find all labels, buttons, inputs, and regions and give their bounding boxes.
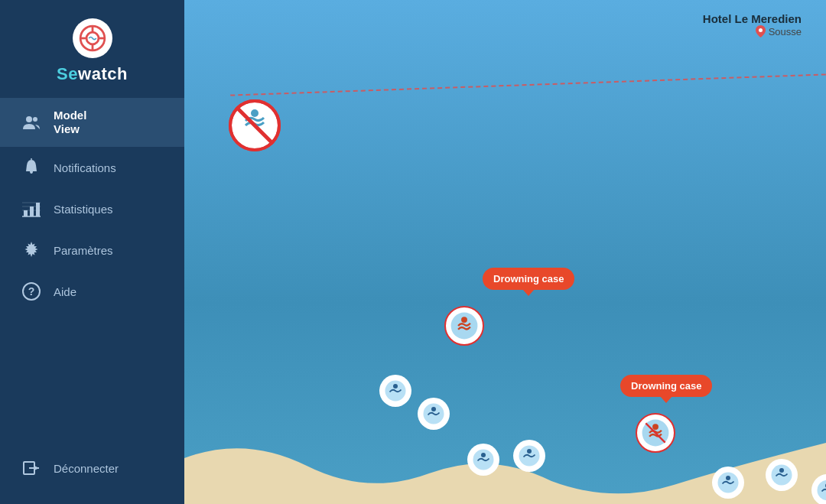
svg-point-26	[451, 313, 478, 340]
users-icon	[21, 112, 41, 132]
sidebar-item-notifications[interactable]: Notifications	[0, 147, 184, 188]
svg-point-6	[26, 116, 32, 122]
logo-watch: watch	[78, 64, 128, 83]
sidebar-item-parametres[interactable]: Paramètres	[0, 229, 184, 271]
sidebar: Sewatch ModelView Notifications	[0, 0, 184, 504]
svg-point-46	[779, 468, 784, 473]
svg-point-7	[33, 117, 37, 122]
sidebar-label-parametres: Paramètres	[54, 244, 113, 257]
no-swim-sign-top	[229, 99, 281, 151]
sidebar-item-statistiques[interactable]: Statistiques	[0, 188, 184, 229]
sidebar-label-notifications: Notifications	[54, 161, 116, 174]
svg-point-34	[393, 384, 398, 389]
swimmer-4	[513, 440, 545, 472]
logo: Sewatch	[0, 0, 184, 98]
hotel-location: Sousse	[703, 25, 802, 37]
sidebar-label-aide: Aide	[54, 285, 76, 298]
svg-point-47	[818, 480, 827, 501]
swimmer-1	[379, 375, 411, 407]
svg-text:?: ?	[28, 285, 35, 298]
svg-point-40	[527, 449, 532, 454]
sidebar-label-statistiques: Statistiques	[54, 203, 113, 216]
svg-rect-11	[36, 203, 40, 216]
svg-point-50	[726, 476, 730, 480]
logo-text: Sewatch	[57, 64, 128, 84]
sidebar-label-model-view: ModelView	[54, 109, 86, 136]
hotel-info: Hotel Le Meredien Sousse	[703, 12, 802, 37]
svg-rect-10	[30, 206, 34, 216]
logo-se: Se	[57, 64, 78, 83]
help-icon: ?	[21, 281, 41, 301]
logout-icon	[21, 458, 41, 478]
swimmer-9	[712, 467, 744, 499]
svg-rect-9	[24, 210, 28, 216]
hotel-name: Hotel Le Meredien	[703, 12, 802, 25]
svg-point-29	[652, 424, 659, 430]
sidebar-item-model-view[interactable]: ModelView	[0, 98, 184, 147]
svg-point-36	[431, 407, 436, 411]
gear-icon	[21, 240, 41, 260]
swimmer-2	[418, 398, 450, 430]
svg-point-21	[759, 28, 763, 32]
swimmer-alert-2	[636, 413, 675, 453]
sidebar-nav: ModelView Notifications Stati	[0, 98, 184, 504]
sidebar-item-deconnecter[interactable]: Déconnecter	[0, 447, 184, 489]
swimmer-3	[467, 444, 499, 476]
chart-icon	[21, 199, 41, 219]
location-text: Sousse	[769, 26, 802, 37]
svg-point-27	[461, 317, 467, 323]
sidebar-item-aide[interactable]: ? Aide	[0, 271, 184, 312]
sidebar-label-deconnecter: Déconnecter	[54, 462, 119, 475]
location-pin-icon	[756, 25, 766, 37]
svg-point-23	[251, 109, 259, 117]
swimmer-alert-1	[444, 306, 484, 346]
map-area: Hotel Le Meredien Sousse Drowning case	[184, 0, 826, 504]
logo-icon	[73, 18, 112, 58]
bell-icon	[21, 158, 41, 177]
swimmer-7	[766, 459, 798, 491]
svg-point-38	[481, 453, 486, 457]
